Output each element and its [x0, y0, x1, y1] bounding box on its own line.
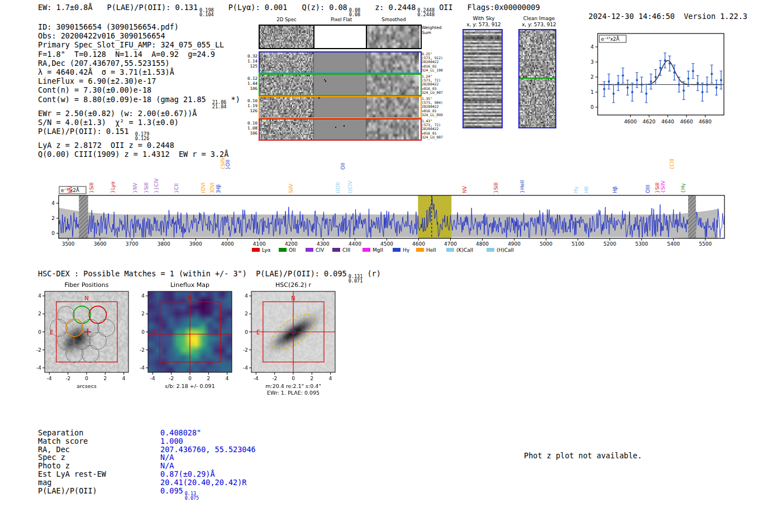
x-tick-label: 2	[103, 376, 107, 381]
x-tick-label: 3800	[158, 241, 170, 247]
y-tick-label: 4	[51, 200, 55, 206]
data-point	[697, 82, 699, 84]
emission-line-label: Hγ	[573, 186, 579, 193]
clean-image-coords: x, y: 573, 912	[518, 22, 560, 28]
match-row-value: N/A	[160, 453, 174, 462]
y-tick-label: -2	[243, 347, 248, 353]
fiber-positions-cutout-title: Fiber Positions	[65, 281, 109, 289]
info-line: Cont(n) = 7.30(±0.00)e-18	[38, 85, 240, 94]
data-point	[687, 78, 689, 80]
match-row-label: Spec z	[38, 453, 160, 462]
y-tick-label: 4	[141, 293, 145, 299]
data-point	[678, 84, 680, 86]
match-row-value: 207.436760, 55.523046	[160, 445, 256, 454]
legend-label: MgII	[373, 247, 383, 253]
match-row-label: Est LyA rest-EW	[38, 470, 160, 478]
emission-line-label: (OVI	[201, 183, 206, 193]
clean-image-title: Clean Image	[518, 16, 560, 22]
data-point	[603, 88, 605, 90]
emission-line-label: }HeII	[519, 180, 525, 193]
fiber-positions-cutout: Fiber Positions-4-4-2-2002244NEarcsecs	[32, 280, 130, 409]
data-point	[669, 63, 671, 65]
detection-info-block: ID: 3090156654 (3090156654.pdf)Obs: 2020…	[38, 22, 240, 159]
smoothed-noise-image	[366, 119, 419, 140]
data-point	[622, 74, 624, 76]
match-table-row: Est LyA rest-EW0.87(±0.29)Å	[38, 470, 256, 478]
data-point	[655, 76, 657, 78]
y-tick-label: 4	[245, 293, 248, 299]
info-line: LineFlux = 6.90(±2.30)e-17	[38, 76, 240, 85]
y-tick-label: -2	[36, 347, 41, 353]
x-tick-label: 2	[207, 376, 210, 381]
y-tick-label: 2	[38, 311, 41, 317]
x-tick-label: 4600	[624, 119, 637, 124]
x-tick-label: 4680	[699, 119, 712, 124]
x-tick-label: 4000	[221, 241, 234, 247]
x-tick-label: -2	[65, 376, 70, 381]
data-point	[673, 71, 675, 74]
spec2d-row-pixelflat	[314, 75, 366, 95]
match-row-label: RA, Dec	[38, 445, 160, 454]
pixel-flat-image	[314, 119, 366, 140]
report-version: Version 1.22.3	[684, 12, 747, 21]
fiber-positions-cutout-caption: arcsecs	[77, 383, 97, 389]
line-fit-plot-frame	[598, 33, 724, 115]
ylabel-text: e⁻¹⁷x2Å	[601, 36, 619, 42]
weighted-sum-label: Weighted Sum	[422, 26, 442, 35]
legend-swatch	[306, 248, 313, 252]
2d-spec-noise-image	[260, 75, 313, 95]
x-tick-label: 5100	[571, 241, 584, 247]
clean-image-frame	[518, 29, 556, 128]
spec2d-row-2dspec	[260, 119, 314, 140]
match-row-value: 0.0950.130.075	[160, 487, 199, 500]
lineflux-map-cutout-caption: s/b: 2.18 +/- 0.091	[165, 383, 214, 389]
spec2d-row-2dspec	[260, 75, 314, 95]
line-fit-plot: 0123446004620464046604680e⁻¹⁷x2Å	[575, 26, 732, 135]
elixer-report-page: { "colors": { "value_blue": "#0000dd", "…	[0, 0, 782, 532]
header-stats-row: EW: 1.7±0.8ÅP(LAE)/P(OII): 0.1310.1980.1…	[38, 3, 540, 17]
data-point	[706, 84, 708, 86]
spec2d-panel: 2D SpecPixel FlatSmoothedWeighted Sum0.3…	[247, 16, 451, 144]
teal-marker-line	[259, 73, 422, 74]
spec2d-row-scale-labels: 0.12 1.44 106	[247, 76, 258, 91]
match-row-label: Match score	[38, 437, 160, 445]
lineflux-map-cutout: Lineflux Map-4-4-2-2002244NEs/b: 2.18 +/…	[136, 280, 233, 409]
y-tick-label: 2	[141, 311, 145, 317]
spec2d-row-annotation: 1.43" (573, 72) 20200422 v016_01 324_LU_…	[422, 119, 443, 139]
x-tick-label: 4600	[412, 241, 425, 247]
emission-line-label: OII	[340, 163, 346, 170]
y-tick-label: 4	[590, 44, 594, 50]
match-row-value: 0.408028"	[160, 429, 201, 437]
lineflux-map-cutout-title: Lineflux Map	[170, 281, 209, 289]
emission-line-label: {CIII	[669, 159, 675, 170]
hsc-r-cutout-caption: EWr: 1. PLAE: 0.095	[267, 390, 320, 396]
match-row-value: N/A	[160, 462, 174, 470]
data-point	[612, 93, 614, 95]
legend-swatch	[446, 248, 454, 252]
spec2d-row-pixelflat	[314, 97, 366, 117]
fiber-cutout-image	[45, 291, 128, 372]
data-point	[664, 59, 666, 61]
header-stat: EW: 1.7±0.8Å	[38, 3, 93, 17]
clean-image-green-line	[519, 78, 555, 79]
fraction-lower: 0.075	[185, 496, 199, 500]
match-table-row: Spec zN/A	[38, 453, 256, 462]
y-tick-label: 2	[245, 311, 248, 317]
emission-line-label: }OII	[225, 160, 231, 170]
data-point	[711, 73, 713, 75]
emission-line-label: }NV	[132, 183, 138, 193]
y-tick-label: 2	[51, 215, 55, 221]
spec2d-row-2dspec	[260, 52, 314, 73]
emission-line-label: }Lyα	[110, 181, 116, 193]
spec2d-row-smoothed	[366, 119, 419, 140]
spec2d-row-pixelflat	[314, 119, 366, 140]
clean-image-panel: Clean Image x, y: 573, 912	[518, 16, 560, 128]
info-line: LyA z = 2.8172 OII z = 0.2448	[38, 141, 240, 150]
x-tick-label: 4400	[349, 241, 361, 247]
x-tick-label: 3900	[189, 241, 202, 247]
stacked-fraction: 0.1790.126	[135, 132, 150, 141]
emission-line-label: }}CIV	[154, 178, 159, 193]
legend-swatch	[416, 248, 424, 252]
spec2d-row	[259, 74, 422, 96]
x-tick-label: 5400	[667, 241, 680, 247]
